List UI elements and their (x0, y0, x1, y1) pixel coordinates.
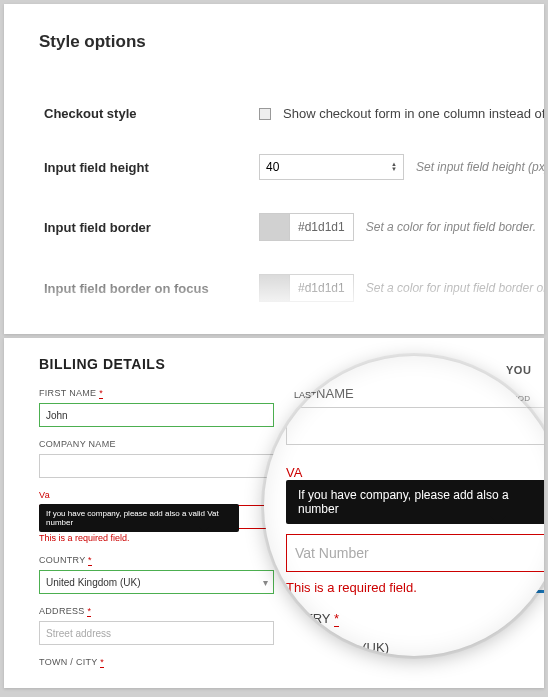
label-town: TOWN / CITY * (39, 657, 544, 667)
row-input-height: Input field height 40 ▲▼ Set input field… (26, 140, 522, 199)
mag-error: This is a required field. (286, 580, 544, 595)
help-focus: Set a color for input field border on fo (366, 281, 544, 295)
section-title: Style options (4, 4, 544, 52)
select-country[interactable]: United Kingdom (UK) (39, 570, 274, 594)
spinner-icon[interactable]: ▲▼ (391, 162, 397, 172)
input-height-field[interactable]: 40 ▲▼ (259, 154, 404, 180)
mag-any-name-label: ANY NAME (286, 386, 544, 401)
hex-border: #d1d1d1 (290, 220, 353, 234)
label-input-height: Input field height (44, 160, 259, 175)
label-border: Input field border (44, 220, 259, 235)
input-address[interactable]: Street address (39, 621, 274, 645)
label-border-focus: Input field border on focus (44, 281, 259, 296)
color-focus[interactable]: #d1d1d1 (259, 274, 354, 302)
mag-vat-label: VA (286, 465, 544, 480)
swatch-focus (260, 275, 290, 301)
input-first-name[interactable]: John (39, 403, 274, 427)
row-border: Input field border #d1d1d1 Set a color f… (26, 199, 522, 260)
mag-vat-input[interactable]: Vat Number (286, 534, 544, 572)
mag-country-label: UNTRY * (286, 611, 544, 626)
row-border-focus: Input field border on focus #d1d1d1 Set … (26, 260, 522, 321)
checkbox-text: Show checkout form in one column instead… (283, 106, 544, 121)
sidebar-title: YOU (506, 364, 544, 376)
settings-body: Checkout style Show checkout form in one… (26, 76, 522, 334)
checkbox-one-column[interactable] (259, 108, 271, 120)
help-height: Set input field height (px) (416, 160, 544, 174)
hex-focus: #d1d1d1 (290, 281, 353, 295)
magnifier-lens: ANY NAME VA If you have company, please … (264, 356, 544, 656)
field-town: TOWN / CITY * (39, 657, 544, 667)
tooltip-vat-small: If you have company, please add also a v… (39, 504, 239, 532)
checkout-preview-panel: BILLING DETAILS FIRST NAME * John LAST N… (4, 338, 544, 688)
label-checkout-style: Checkout style (44, 106, 259, 121)
mag-tooltip: If you have company, please add also a n… (286, 480, 544, 524)
row-checkout-style: Checkout style Show checkout form in one… (26, 92, 522, 140)
style-options-panel: Style options Checkout style Show checko… (4, 4, 544, 334)
row-border-correct: Input field border (correct info) #69bf2… (26, 321, 522, 334)
color-border[interactable]: #d1d1d1 (259, 213, 354, 241)
input-company[interactable] (39, 454, 274, 478)
mag-any-name-input[interactable] (286, 407, 544, 445)
help-border: Set a color for input field border. (366, 220, 536, 234)
swatch-border (260, 214, 290, 240)
input-height-value: 40 (266, 160, 279, 174)
